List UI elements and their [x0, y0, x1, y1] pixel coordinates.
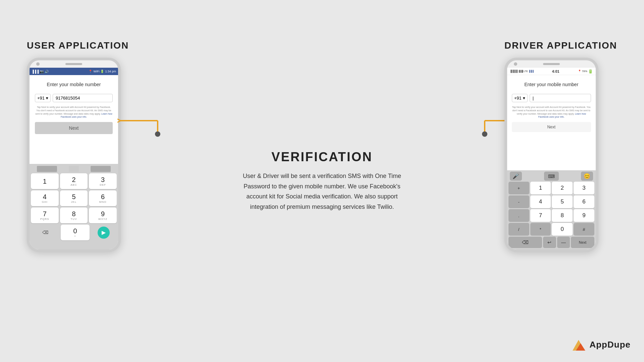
camera-icon: 📷 [40, 70, 44, 73]
driver-app-title: DRIVER APPLICATION [504, 40, 617, 51]
driver-keypad-row3: . 7 8 9 [508, 209, 594, 222]
status-right: 📍 WiFi 🔋 1:34 pm [89, 70, 116, 73]
driver-phone: ▐▐▐▐ ▐▐▐ LTE ▐▐▐ 4:01 📍 78% 🔋 Enter your… [504, 58, 598, 252]
driver-battery-icon: 🔋 [588, 69, 593, 74]
verification-title: VERIFICATION [241, 150, 402, 164]
driver-location-icon: 📍 [578, 70, 581, 73]
driver-key-hash[interactable]: # [574, 223, 594, 236]
driver-time: 4:01 [552, 69, 559, 73]
key-backspace[interactable]: ⌫ [31, 227, 59, 238]
driver-key-plus[interactable]: + [508, 182, 529, 194]
driver-keypad-row4: / * 0 # [508, 223, 594, 236]
key-3[interactable]: 3DEF [89, 173, 117, 189]
user-phone-content: Enter your mobile number +91 ▾ 917681505… [30, 75, 118, 164]
driver-key-8[interactable]: 8 [552, 209, 573, 222]
driver-key-7[interactable]: 7 [530, 209, 551, 222]
driver-country-select[interactable]: +91 ▾ [512, 94, 528, 102]
user-phone-input[interactable]: 9176815054 [53, 94, 113, 102]
center-block: VERIFICATION User & Driver will be sent … [241, 150, 402, 212]
user-mobile-title: Enter your mobile number [47, 82, 101, 87]
keypad-bottom-row: ⌫ 0+ ▶ [31, 225, 117, 240]
driver-key-5[interactable]: 5 [552, 195, 573, 208]
phone-camera [36, 62, 40, 66]
driver-phone-camera [514, 62, 517, 66]
key-6[interactable]: 6MNO [89, 190, 117, 206]
driver-next-button[interactable]: Next [512, 122, 591, 132]
key-7[interactable]: 7PQRS [31, 207, 59, 223]
user-phone: ▐▐▐ 📷 🔊 📍 WiFi 🔋 1:34 pm Enter your mobi… [27, 58, 121, 252]
driver-status-right: 📍 78% 🔋 [578, 69, 593, 74]
driver-battery-display: 78% [582, 70, 587, 73]
key-5[interactable]: 5JKL [60, 190, 88, 206]
appdupe-logo-icon [571, 337, 586, 352]
driver-keypad-extra: ⌫ ↩ — Next [508, 237, 594, 248]
driver-keypad-row2: - 4 5 6 [508, 195, 594, 208]
user-next-button[interactable]: Next [35, 122, 113, 134]
driver-signal-icon: ▐▐▐▐ [510, 70, 518, 73]
driver-key-0[interactable]: 0 [552, 223, 573, 236]
verification-description: User & Driver will be sent a verificatio… [241, 171, 402, 212]
status-left: ▐▐▐ 📷 🔊 [32, 70, 49, 73]
user-disclaimer: Tap Next to verify your account with Acc… [35, 106, 113, 119]
driver-phone-input[interactable]: | [530, 94, 591, 102]
time-display: 1:34 pm [105, 70, 116, 73]
driver-keypad-row1: + 1 2 3 [508, 182, 594, 194]
appdupe-text: AppDupe [589, 340, 631, 350]
driver-key-backspace2[interactable]: ⌫ [508, 237, 542, 248]
driver-dropdown-icon: ▾ [523, 96, 525, 101]
driver-key-slash[interactable]: / [508, 223, 529, 236]
driver-key-9[interactable]: 9 [574, 209, 594, 222]
driver-key-1[interactable]: 1 [530, 182, 551, 194]
svg-point-5 [482, 131, 487, 137]
user-country-code: +91 [37, 96, 45, 101]
svg-point-2 [155, 131, 160, 137]
driver-app-container: DRIVER APPLICATION ▐▐▐▐ ▐▐▐ LTE ▐▐▐ 4:01… [504, 40, 617, 252]
driver-keypad-top-icons: 🎤 ⌨ 😊 [508, 172, 594, 181]
driver-key-minus[interactable]: - [508, 195, 529, 208]
keypad-grid: 1 2ABC 3DEF 4GHI 5JKL 6MNO 7PQRS 8TUV 9W… [31, 173, 117, 223]
key-9[interactable]: 9WXYZ [89, 207, 117, 223]
volume-icon: 🔊 [45, 70, 49, 73]
user-input-row: +91 ▾ 9176815054 [35, 94, 113, 102]
key-0[interactable]: 0+ [61, 225, 89, 240]
wifi-icon: WiFi [93, 70, 99, 73]
appdupe-logo: AppDupe [571, 337, 631, 352]
driver-key-return[interactable]: ↩ [543, 237, 556, 248]
phone-speaker [65, 63, 82, 65]
driver-phone-top-bezel [507, 60, 596, 68]
key-2[interactable]: 2ABC [60, 173, 88, 189]
driver-key-2[interactable]: 2 [552, 182, 573, 194]
driver-key-dash[interactable]: — [557, 237, 570, 248]
driver-keyboard-icon[interactable]: ⌨ [544, 172, 559, 181]
key-go-button[interactable]: ▶ [98, 227, 110, 239]
key-1[interactable]: 1 [31, 173, 59, 189]
driver-country-code: +91 [514, 96, 522, 101]
user-keypad: 1 2ABC 3DEF 4GHI 5JKL 6MNO 7PQRS 8TUV 9W… [30, 164, 118, 249]
driver-mobile-title: Enter your mobile number [524, 82, 578, 87]
driver-key-6[interactable]: 6 [574, 195, 594, 208]
user-app-title: USER APPLICATION [27, 40, 129, 51]
driver-phone-content: Enter your mobile number +91 ▾ | Tap Nex… [507, 75, 596, 170]
driver-key-next-bottom[interactable]: Next [571, 237, 594, 248]
user-country-select[interactable]: +91 ▾ [35, 94, 51, 102]
driver-key-star[interactable]: * [530, 223, 551, 236]
battery-icon: 🔋 [100, 70, 104, 73]
driver-keypad: 🎤 ⌨ 😊 + 1 2 3 - 4 5 6 . 7 [507, 170, 596, 249]
location-icon: 📍 [89, 70, 92, 73]
driver-phone-speaker [543, 63, 560, 65]
key-8[interactable]: 8TUV [60, 207, 88, 223]
driver-wifi2-icon: LTE [524, 70, 528, 72]
phone-top-bezel [30, 60, 118, 68]
driver-mic-icon[interactable]: 🎤 [510, 172, 522, 181]
dropdown-icon: ▾ [46, 96, 48, 101]
driver-emoji-icon[interactable]: 😊 [581, 172, 593, 181]
key-4[interactable]: 4GHI [31, 190, 59, 206]
driver-key-4[interactable]: 4 [530, 195, 551, 208]
driver-status-bar: ▐▐▐▐ ▐▐▐ LTE ▐▐▐ 4:01 📍 78% 🔋 [507, 68, 596, 75]
driver-signal2-icon: ▐▐▐ [518, 70, 523, 72]
driver-key-dot[interactable]: . [508, 209, 529, 222]
driver-key-3[interactable]: 3 [574, 182, 594, 194]
driver-network-icon: ▐▐▐ [529, 70, 534, 72]
signal-icon: ▐▐▐ [32, 70, 39, 73]
keypad-top-row [31, 166, 117, 172]
